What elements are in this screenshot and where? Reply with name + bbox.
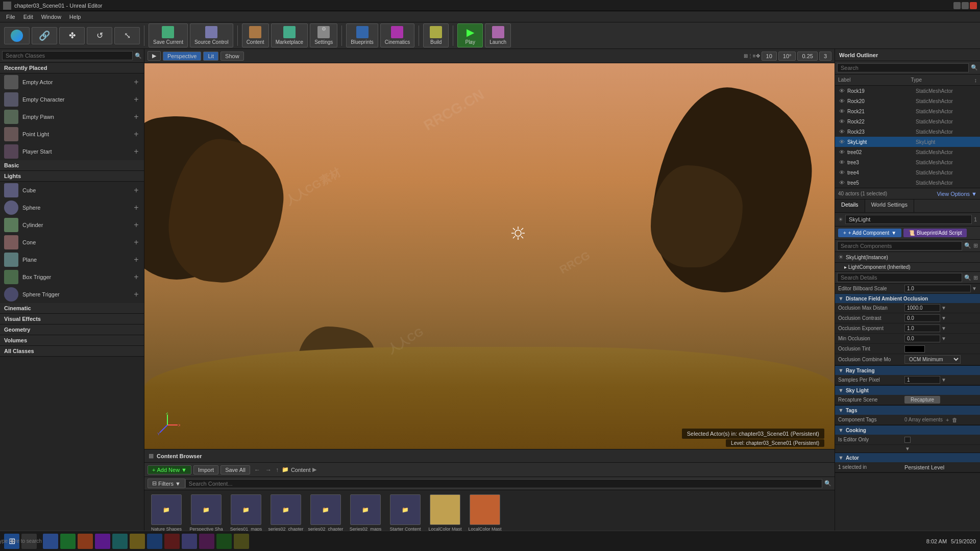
section-cinematic[interactable]: Cinematic [0, 303, 144, 314]
dp-section-actor-header[interactable]: ▼ Actor [835, 453, 980, 462]
taskbar-app-12[interactable] [234, 534, 249, 549]
placement-player-start[interactable]: Player Start + [0, 143, 144, 160]
cb-search-input[interactable] [185, 479, 822, 488]
dp-occlusion-contrast-input[interactable] [904, 314, 940, 322]
cube-add[interactable]: + [133, 187, 140, 194]
toolbar-marketplace[interactable]: Marketplace [271, 23, 308, 47]
dp-section-tags-header[interactable]: ▼ Tags [835, 406, 980, 415]
wo-col-label[interactable]: Label [838, 77, 909, 83]
toolbar-rotate[interactable]: ↺ [87, 27, 112, 44]
taskbar-app-3[interactable] [78, 534, 93, 549]
maximize-button[interactable] [962, 2, 969, 9]
dp-tab-world-settings[interactable]: World Settings [865, 199, 914, 212]
section-recently-placed[interactable]: Recently Placed [0, 63, 144, 73]
menu-help[interactable]: Help [65, 13, 85, 21]
dp-section-sky-light-header[interactable]: ▼ Sky Light [835, 386, 980, 395]
section-lights[interactable]: Lights [0, 171, 144, 182]
wo-item-rock23[interactable]: 👁 Rock23 StaticMeshActor [835, 127, 980, 137]
dp-billboard-scale-input[interactable] [904, 285, 971, 292]
empty-character-add[interactable]: + [133, 96, 140, 103]
wo-item-rock19[interactable]: 👁 Rock19 StaticMeshActor [835, 86, 980, 96]
toolbar-settings[interactable]: ⚙ Settings [310, 23, 337, 47]
placement-empty-character[interactable]: Empty Character + [0, 91, 144, 108]
dp-tint-swatch[interactable] [904, 345, 925, 353]
dp-occlusion-max-dist-input[interactable] [904, 304, 940, 312]
toolbar-save[interactable]: Save Current [149, 23, 188, 47]
dp-editor-only-checkbox[interactable] [904, 437, 911, 443]
sphere-trigger-add[interactable]: + [133, 291, 140, 298]
snap-angle[interactable]: 10° [778, 52, 796, 61]
taskbar-app-1[interactable] [43, 534, 58, 549]
dp-occlusion-max-dropdown[interactable]: ▼ [941, 305, 946, 311]
toolbar-play[interactable]: ▶ Play [457, 23, 483, 47]
player-start-add[interactable]: + [133, 148, 140, 155]
wo-search-input[interactable] [837, 63, 969, 72]
vp-mode-toggle[interactable]: ▶ [148, 51, 161, 61]
toolbar-translate[interactable]: ✤ [59, 27, 85, 44]
placement-sphere[interactable]: Sphere + [0, 199, 144, 216]
dp-expand-arrow[interactable]: ▼ [835, 445, 980, 453]
vp-lit[interactable]: Lit [203, 52, 218, 61]
wo-col-type[interactable]: Type [911, 77, 972, 83]
section-visual-effects[interactable]: Visual Effects [0, 314, 144, 324]
taskbar-app-7[interactable] [147, 534, 162, 549]
sphere-add[interactable]: + [133, 204, 140, 211]
section-geometry[interactable]: Geometry [0, 324, 144, 335]
empty-actor-add[interactable]: + [133, 79, 140, 86]
dp-add-tag-btn[interactable]: + [946, 417, 949, 423]
toolbar-blueprints[interactable]: Blueprints [346, 23, 378, 47]
dp-billboard-dropdown[interactable]: ▼ [972, 286, 977, 291]
menu-file[interactable]: File [2, 13, 19, 21]
dp-occlusion-exp-dropdown[interactable]: ▼ [941, 325, 946, 331]
placement-sphere-trigger[interactable]: Sphere Trigger + [0, 286, 144, 303]
menu-window[interactable]: Window [37, 13, 65, 21]
dp-samples-dropdown[interactable]: ▼ [941, 377, 946, 383]
wo-item-skylight[interactable]: 👁 SkyLight SkyLight [835, 137, 980, 147]
toolbar-content[interactable]: Content [242, 23, 269, 47]
cb-filters[interactable]: ⊟ Filters ▼ [148, 479, 185, 488]
taskbar-app-8[interactable] [164, 534, 180, 549]
empty-pawn-add[interactable]: + [133, 113, 140, 120]
dp-section-distance-field-header[interactable]: ▼ Distance Field Ambient Occlusion [835, 294, 980, 303]
placement-cone[interactable]: Cone + [0, 234, 144, 251]
placement-plane[interactable]: Plane + [0, 251, 144, 268]
wo-view-options[interactable]: View Options ▼ [937, 191, 977, 197]
dp-min-occlusion-input[interactable] [904, 335, 940, 342]
wo-item-tree5[interactable]: 👁 tree5 StaticMeshActor [835, 178, 980, 188]
toolbar-select[interactable]: 🔗 [32, 27, 57, 44]
taskbar-app-2[interactable] [60, 534, 76, 549]
wo-item-rock22[interactable]: 👁 Rock22 StaticMeshActor [835, 116, 980, 127]
wo-item-tree02[interactable]: 👁 tree02 StaticMeshActor [835, 147, 980, 157]
wo-item-tree3[interactable]: 👁 tree3 StaticMeshActor [835, 157, 980, 167]
dp-min-occlusion-dropdown[interactable]: ▼ [941, 336, 946, 341]
box-trigger-add[interactable]: + [133, 273, 140, 281]
dp-search-details-input[interactable] [837, 273, 962, 282]
search-taskbar[interactable] [21, 534, 37, 549]
toolbar-modes[interactable] [4, 27, 30, 44]
minimize-button[interactable] [953, 2, 961, 9]
placement-cube[interactable]: Cube + [0, 182, 144, 199]
section-all-classes[interactable]: All Classes [0, 346, 144, 357]
taskbar-app-4[interactable] [95, 534, 110, 549]
dp-occlusion-exp-input[interactable] [904, 324, 940, 332]
close-button[interactable] [970, 2, 977, 9]
wo-item-rock21[interactable]: 👁 Rock21 StaticMeshActor [835, 106, 980, 116]
cylinder-add[interactable]: + [133, 221, 140, 229]
cb-import[interactable]: Import [193, 465, 218, 474]
dp-section-ray-tracing-header[interactable]: ▼ Ray Tracing [835, 366, 980, 375]
cb-save-all[interactable]: Save All [220, 465, 250, 474]
placement-empty-pawn[interactable]: Empty Pawn + [0, 108, 144, 126]
taskbar-app-6[interactable] [130, 534, 145, 549]
dp-component-skylight-instance[interactable]: ☀ SkyLight(Instance) [835, 252, 980, 263]
vp-perspective[interactable]: Perspective [163, 52, 201, 61]
taskbar-app-9[interactable] [182, 534, 197, 549]
search-classes-input[interactable] [2, 51, 133, 60]
cone-add[interactable]: + [133, 239, 140, 246]
taskbar-app-11[interactable] [216, 534, 232, 549]
plane-add[interactable]: + [133, 256, 140, 263]
placement-box-trigger[interactable]: Box Trigger + [0, 268, 144, 286]
toolbar-scale[interactable]: ⤡ [114, 27, 140, 44]
section-volumes[interactable]: Volumes [0, 335, 144, 346]
cb-add-new[interactable]: + Add New ▼ [148, 465, 191, 474]
placement-empty-actor[interactable]: Empty Actor + [0, 73, 144, 91]
